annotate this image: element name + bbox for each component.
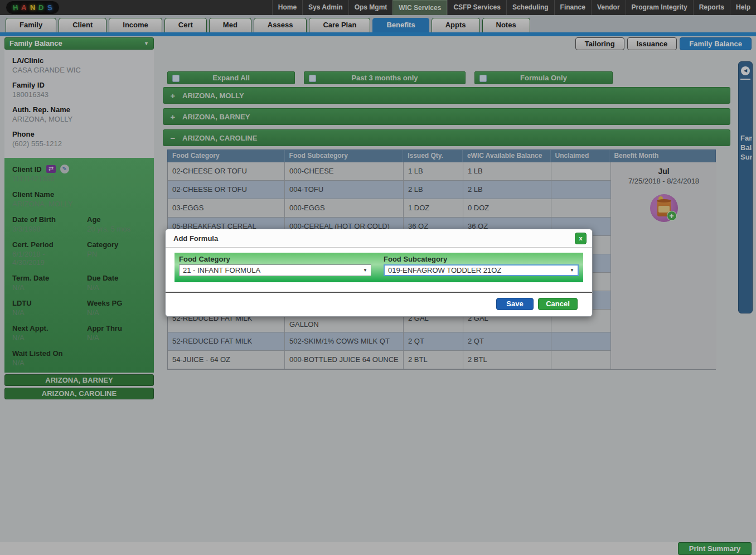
dialog-form-panel: Food Category 21 - INFANT FORMULA ▼ Food… [175, 253, 583, 282]
food-subcategory-label: Food Subcategory [384, 255, 579, 263]
cancel-button[interactable]: Cancel [538, 298, 578, 310]
dialog-actions: Save Cancel [166, 293, 592, 310]
food-category-field: Food Category 21 - INFANT FORMULA ▼ [179, 255, 371, 280]
food-category-value: 21 - INFANT FORMULA [183, 265, 260, 276]
add-formula-dialog: Add Formula x Food Category 21 - INFANT … [165, 229, 593, 317]
dialog-title-bar: Add Formula x [166, 229, 592, 248]
chevron-down-icon: ▼ [363, 265, 367, 276]
food-subcategory-select[interactable]: 019-ENFAGROW TODDLER 21OZ ▼ [384, 264, 579, 276]
food-subcategory-field: Food Subcategory 019-ENFAGROW TODDLER 21… [384, 255, 579, 280]
food-category-label: Food Category [179, 255, 371, 263]
dialog-title: Add Formula [173, 234, 218, 243]
chevron-down-icon: ▼ [570, 265, 574, 276]
food-category-select[interactable]: 21 - INFANT FORMULA ▼ [179, 264, 371, 276]
close-icon[interactable]: x [575, 233, 587, 244]
save-button[interactable]: Save [496, 298, 534, 310]
food-subcategory-value: 019-ENFAGROW TODDLER 21OZ [388, 265, 501, 276]
